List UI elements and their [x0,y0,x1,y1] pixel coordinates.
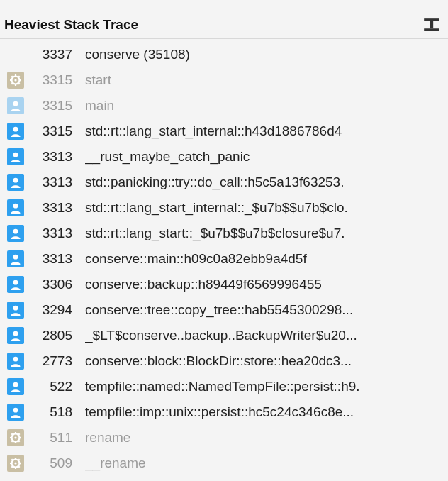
frame-symbol: conserve::main::h09c0a82ebb9a4d5f [85,251,448,267]
frame-sample-count: 3315 [28,123,85,139]
stack-frame-row[interactable]: 3313__rust_maybe_catch_panic [0,144,448,170]
frame-symbol: start [85,72,448,88]
frame-sample-count: 3313 [28,251,85,267]
user-silhouette-icon [7,97,24,114]
user-silhouette-icon [7,404,24,421]
user-silhouette-icon [7,225,24,242]
frame-symbol: conserve (35108) [85,47,448,62]
frame-icon-cell [0,72,28,89]
frame-icon-cell [0,276,28,293]
user-silhouette-icon [7,276,24,293]
frame-symbol: tempfile::named::NamedTempFile::persist:… [85,379,448,394]
frame-sample-count: 511 [28,430,85,446]
frame-sample-count: 518 [28,404,85,420]
user-silhouette-icon [7,353,24,370]
panel-title: Heaviest Stack Trace [4,17,138,33]
frame-sample-count: 3313 [28,200,85,216]
svg-rect-2 [424,28,439,31]
system-gear-icon [7,72,24,89]
focus-button[interactable] [422,17,441,33]
svg-rect-1 [430,21,433,29]
frame-symbol: tempfile::imp::unix::persist::hc5c24c346… [85,404,448,420]
frame-symbol: __rename [85,455,448,471]
user-silhouette-icon [7,199,24,216]
frame-symbol: std::rt::lang_start_internal::h43d188678… [85,123,448,139]
frame-symbol: _$LT$conserve..backup..BackupWriter$u20.… [85,328,448,343]
stack-frame-row[interactable]: 511rename [0,425,448,450]
stack-frame-row[interactable]: 3313conserve::main::h09c0a82ebb9a4d5f [0,246,448,272]
frame-icon-cell [0,250,28,267]
stack-trace-list: 3337conserve (35108)3315start3315main331… [0,39,448,476]
frame-symbol: __rust_maybe_catch_panic [85,149,448,165]
frame-icon-cell [0,123,28,140]
frame-sample-count: 3313 [28,149,85,165]
stack-frame-row[interactable]: 509__rename [0,450,448,476]
frame-sample-count: 3313 [28,175,85,190]
stack-frame-row[interactable]: 3315start [0,67,448,93]
frame-icon-cell [0,302,28,319]
user-silhouette-icon [7,174,24,191]
frame-symbol: rename [85,430,448,446]
frame-symbol: std::panicking::try::do_call::h5c5a13f63… [85,175,448,190]
user-silhouette-icon [7,250,24,267]
frame-sample-count: 509 [28,455,85,471]
stack-frame-row[interactable]: 518tempfile::imp::unix::persist::hc5c24c… [0,399,448,425]
frame-icon-cell [0,429,28,446]
stack-frame-row[interactable]: 3313std::rt::lang_start::_$u7b$$u7b$clos… [0,221,448,246]
frame-sample-count: 522 [28,379,85,394]
frame-icon-cell [0,404,28,421]
frame-sample-count: 3337 [28,47,85,62]
frame-symbol: conserve::tree::copy_tree::hab5545300298… [85,302,448,318]
system-gear-icon [7,429,24,446]
system-gear-icon [7,455,24,472]
frame-symbol: main [85,98,448,114]
frame-symbol: conserve::backup::h89449f6569996455 [85,277,448,292]
stack-frame-row[interactable]: 2773conserve::block::BlockDir::store::he… [0,348,448,374]
frame-icon-cell [0,455,28,472]
stack-frame-row[interactable]: 3315main [0,93,448,118]
frame-symbol: std::rt::lang_start_internal::_$u7b$$u7b… [85,200,448,216]
frame-icon-cell [0,97,28,114]
stack-frame-row[interactable]: 3306conserve::backup::h89449f6569996455 [0,272,448,297]
frame-symbol: conserve::block::BlockDir::store::hea20d… [85,353,448,369]
stack-frame-row[interactable]: 3315std::rt::lang_start_internal::h43d18… [0,118,448,144]
frame-sample-count: 3315 [28,98,85,114]
stack-frame-row[interactable]: 522tempfile::named::NamedTempFile::persi… [0,374,448,399]
frame-sample-count: 3306 [28,277,85,292]
frame-icon-cell [0,174,28,191]
svg-rect-0 [424,18,439,21]
user-silhouette-icon [7,148,24,165]
frame-sample-count: 2773 [28,353,85,369]
frame-symbol: std::rt::lang_start::_$u7b$$u7b$closure$… [85,226,448,241]
focus-icon [422,17,441,33]
stack-frame-row[interactable]: 2805_$LT$conserve..backup..BackupWriter$… [0,323,448,348]
frame-icon-cell [0,148,28,165]
user-silhouette-icon [7,327,24,344]
window-toolbar-stub [0,0,448,11]
panel-header: Heaviest Stack Trace [0,11,448,39]
frame-icon-cell [0,199,28,216]
frame-sample-count: 3315 [28,72,85,88]
stack-frame-row[interactable]: 3294conserve::tree::copy_tree::hab554530… [0,297,448,323]
frame-icon-cell [0,327,28,344]
frame-icon-cell [0,378,28,395]
frame-sample-count: 3313 [28,226,85,241]
frame-icon-cell [0,225,28,242]
stack-frame-row[interactable]: 3337conserve (35108) [0,42,448,67]
user-silhouette-icon [7,302,24,319]
frame-sample-count: 2805 [28,328,85,343]
user-silhouette-icon [7,378,24,395]
stack-frame-row[interactable]: 3313std::panicking::try::do_call::h5c5a1… [0,170,448,195]
frame-icon-cell [0,353,28,370]
stack-frame-row[interactable]: 3313std::rt::lang_start_internal::_$u7b$… [0,195,448,221]
frame-sample-count: 3294 [28,302,85,318]
user-silhouette-icon [7,123,24,140]
